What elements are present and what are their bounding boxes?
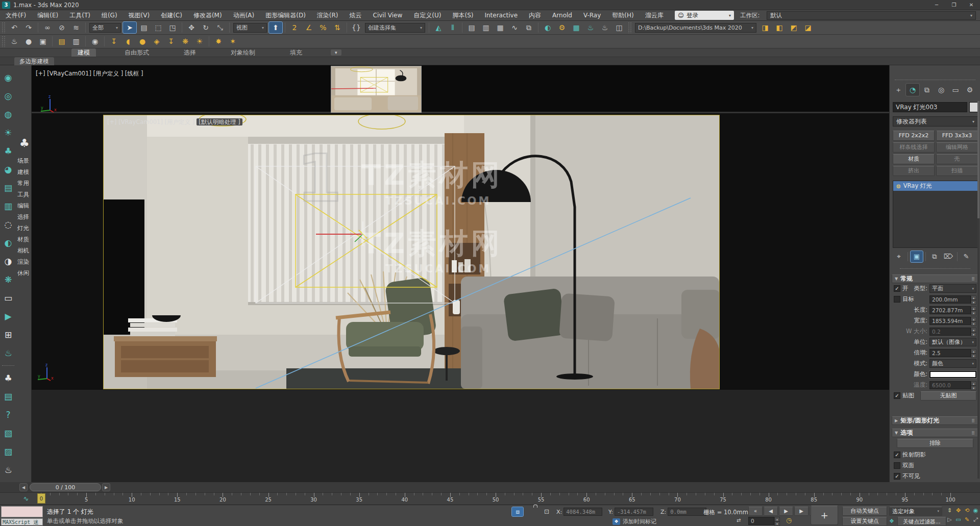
login-button[interactable]: ☺ 登录 ▾ <box>675 11 734 20</box>
sidebar-item-材质[interactable]: 材质 <box>17 234 32 245</box>
help-circle-icon[interactable]: ? <box>2 408 15 421</box>
time-configuration-icon[interactable]: ◷ <box>786 516 792 524</box>
object-color-swatch[interactable] <box>969 102 978 112</box>
vray-sun-icon[interactable]: ☀ <box>193 36 206 47</box>
menu-item[interactable]: 内容 <box>523 10 547 21</box>
viewport-grid-icon[interactable]: ⊞ <box>2 328 15 341</box>
time-slider-marker[interactable]: 0 <box>37 493 45 504</box>
maximize-viewport-icon[interactable]: ⤢ <box>971 515 980 524</box>
modify-tab-icon[interactable]: ◔ <box>906 84 919 96</box>
reference-coordinate-dropdown[interactable]: 视图▾ <box>233 23 267 33</box>
spinner-value[interactable]: 2702.877m <box>929 306 971 314</box>
sidebar-item-休闲[interactable]: 休闲 <box>17 267 32 279</box>
modifier-button-挤出[interactable]: 挤出 <box>893 166 935 176</box>
menu-item[interactable]: 文件(F) <box>0 10 32 21</box>
menu-item[interactable]: Interactive <box>479 10 523 21</box>
next-frame-arrow[interactable]: ▶ <box>102 483 110 491</box>
trees-group-icon[interactable]: ♣ <box>2 371 15 385</box>
pin-stack-icon[interactable]: ⌖ <box>893 251 905 262</box>
sidebar-item-工具[interactable]: 工具 <box>17 189 32 200</box>
project-folder-dropdown[interactable]: D:\Backup\Documents\3ds Max 2020▾ <box>635 23 756 33</box>
select-scale-icon[interactable]: ⤡ <box>213 22 227 33</box>
rollout-rect-light-header[interactable]: ▶ 矩形/圆形灯光 ⠿ <box>892 416 978 425</box>
unlink-icon[interactable]: ⊘ <box>55 22 68 33</box>
ribbon-toggle-ic[interactable]: ▦ <box>494 22 507 33</box>
bind-spacewarp-icon[interactable]: ≋ <box>69 22 83 33</box>
sidebar-item-渲染[interactable]: 渲染 <box>17 256 32 267</box>
time-slider[interactable]: 0 / 100 <box>30 483 101 491</box>
param-spinner[interactable]: 2.5▴▾ <box>929 349 976 357</box>
rollout-general-header[interactable]: ▼ 常规 ⠿ <box>892 274 978 283</box>
key-mode-toggle-icon[interactable]: ⇄ <box>737 517 741 523</box>
viewport-empty-area[interactable] <box>32 390 889 482</box>
utilities-tab-icon[interactable]: ⚙ <box>963 84 976 96</box>
ribbon-tab-填充[interactable]: 填充 <box>284 48 308 57</box>
align-icon[interactable]: ⫴ <box>446 22 459 33</box>
percent-snap-icon[interactable]: % <box>316 22 330 33</box>
asset-library-icon[interactable]: ◨ <box>758 22 772 33</box>
spinner-value[interactable]: 0.2 <box>929 328 971 336</box>
checkbox-不可见[interactable]: ✓ <box>894 473 900 480</box>
param-spinner[interactable]: 0.2▴▾ <box>929 328 976 336</box>
prev-frame-button[interactable]: ◀ <box>764 507 778 516</box>
menu-item[interactable]: Civil View <box>368 10 408 21</box>
main-camera-viewport[interactable]: 1 TZ素材网 TZSUCAI.COM TZ素材网 TZSUCAI.COM <box>103 115 720 389</box>
teapot-list-icon[interactable]: ♨ <box>2 463 15 477</box>
free-light-icon[interactable]: ✶ <box>226 36 239 47</box>
menu-item[interactable]: 编辑(E) <box>32 10 64 21</box>
menu-item[interactable]: V-Ray <box>578 10 606 21</box>
ribbon-tab-自由形式[interactable]: 自由形式 <box>118 48 155 57</box>
tree-icon[interactable]: ♣ <box>2 144 15 158</box>
render-teapot-icon[interactable]: ♨ <box>8 36 21 47</box>
modifier-button-编辑网格[interactable]: 编辑网格 <box>936 142 978 153</box>
scene-explorer-icon[interactable]: ▤ <box>465 22 478 33</box>
prev-frame-arrow[interactable]: ◀ <box>19 483 28 491</box>
menu-item[interactable]: 视图(V) <box>123 10 156 21</box>
menu-item[interactable]: 创建(C) <box>155 10 188 21</box>
x-field[interactable]: 4084.348m <box>564 508 602 516</box>
rect-selection-region-icon[interactable]: ⬚ <box>152 22 165 33</box>
modifier-button-FFD 3x3x3[interactable]: FFD 3x3x3 <box>936 131 978 141</box>
arnold-sphere-icon[interactable]: ● <box>22 36 35 47</box>
close-button[interactable]: ✕ <box>963 0 980 10</box>
pan-hand-icon[interactable]: ✥ <box>954 506 963 515</box>
spinner-arrows[interactable]: ▴▾ <box>971 328 976 336</box>
doc-check-icon[interactable]: ▧ <box>2 427 15 440</box>
select-object-icon[interactable]: ➤ <box>123 22 136 33</box>
selection-lock-icon[interactable] <box>527 507 538 516</box>
render-iterative-icon[interactable]: ♨ <box>598 22 611 33</box>
material-layers-icon[interactable]: ◐ <box>2 236 15 249</box>
frame-value[interactable]: 0 <box>748 517 774 525</box>
menu-item[interactable]: 脚本(S) <box>447 10 479 21</box>
menu-item[interactable]: 修改器(M) <box>188 10 228 21</box>
monitor-icon[interactable]: ▭ <box>2 291 15 305</box>
panel-separator[interactable] <box>900 268 970 269</box>
modifier-button-材质[interactable]: 材质 <box>893 154 935 164</box>
selection-filter-dropdown[interactable]: 全部▾ <box>89 23 121 33</box>
checkbox-目标[interactable] <box>894 296 900 303</box>
sun-light-icon[interactable]: ☀ <box>2 126 15 139</box>
sidebar-item-建模[interactable]: 建模 <box>17 166 32 178</box>
vray-ambient-light-icon[interactable]: ❋ <box>179 36 192 47</box>
make-unique-icon[interactable]: ⧉ <box>928 251 941 262</box>
isolate-selection-icon[interactable]: ⧈ <box>512 507 523 516</box>
palette-icon[interactable]: ◑ <box>2 255 15 268</box>
top-viewport[interactable]: [+] [VRayCam001] [用户定义 ] [线框 ] z y x <box>32 65 889 113</box>
panel-drag-handle[interactable] <box>895 80 975 81</box>
ribbon-tab-选择[interactable]: 选择 <box>178 48 202 57</box>
fov-icon[interactable]: ▷ <box>945 515 954 524</box>
vray-plane-light-icon[interactable]: ↧ <box>107 36 120 47</box>
sidebar-item-编辑[interactable]: 编辑 <box>17 200 32 211</box>
ribbon-overflow-icon[interactable]: ▾ <box>331 49 341 56</box>
sidebar-item-选择[interactable]: 选择 <box>17 211 32 222</box>
render-production-icon[interactable]: ♨ <box>584 22 597 33</box>
viewport-area[interactable]: [+] [VRayCam001] [用户定义 ] [线框 ] z y x <box>32 65 889 482</box>
menu-item[interactable]: 动画(A) <box>228 10 260 21</box>
modifier-button-扫描[interactable]: 扫描 <box>936 166 978 176</box>
spinner-snap-icon[interactable]: ⇅ <box>331 22 344 33</box>
param-spinner[interactable]: 1853.594m▴▾ <box>929 317 976 325</box>
app-store-icon[interactable]: ◩ <box>787 22 800 33</box>
configure-modifier-sets-icon[interactable]: ✎ <box>960 251 972 262</box>
param-dropdown[interactable]: 颜色▾ <box>929 359 976 368</box>
mirror-icon[interactable]: ◭ <box>432 22 445 33</box>
